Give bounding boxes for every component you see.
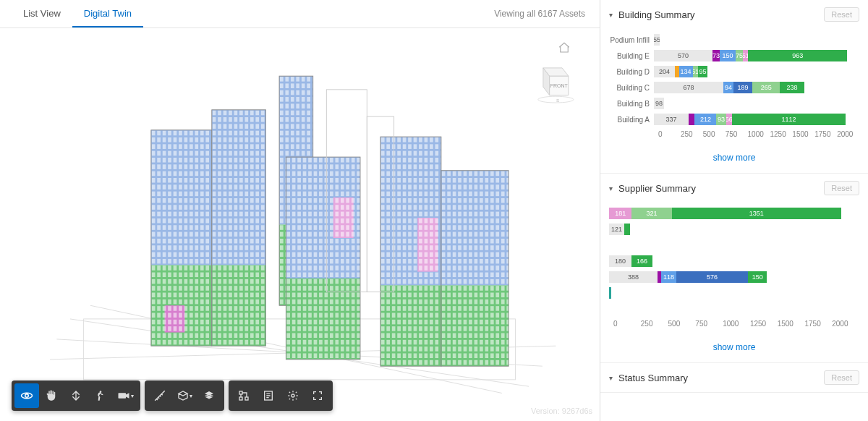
zoom-tool[interactable] xyxy=(64,383,88,408)
bar-segment[interactable]: 1351 xyxy=(672,208,841,219)
svg-rect-25 xyxy=(286,157,361,360)
bar-segment[interactable]: 576 xyxy=(676,271,749,283)
bar-segment[interactable]: 95 xyxy=(698,66,707,77)
bar-segment[interactable]: 51 xyxy=(743,50,748,61)
chart-row[interactable]: Building B98 xyxy=(609,95,859,111)
bar-segment[interactable]: 678 xyxy=(654,82,723,93)
axis-tick: 2000 xyxy=(837,130,859,138)
panel-title: Supplier Summary xyxy=(618,183,824,194)
axis-tick: 500 xyxy=(703,130,726,138)
tab-list-view[interactable]: List View xyxy=(12,0,72,27)
chart-row[interactable]: Building E570731507551963 xyxy=(609,48,859,64)
model-tree-tool[interactable] xyxy=(231,383,256,408)
reset-button[interactable]: Reset xyxy=(824,7,859,22)
row-label: Building D xyxy=(609,68,654,76)
chart-row[interactable]: Building C67894189265238 xyxy=(609,80,859,95)
reset-button[interactable]: Reset xyxy=(824,370,859,385)
show-more-link[interactable]: show more xyxy=(600,335,868,362)
chart-row[interactable] xyxy=(609,285,859,301)
chart-row[interactable]: 121 xyxy=(609,221,859,237)
svg-point-38 xyxy=(25,394,29,398)
svg-rect-41 xyxy=(118,393,126,399)
bar-segment[interactable]: 963 xyxy=(748,50,847,61)
axis-tick: 1500 xyxy=(792,130,814,138)
reset-button[interactable]: Reset xyxy=(824,181,859,195)
bar-segment[interactable]: 121 xyxy=(609,224,624,235)
axis-tick: 1250 xyxy=(750,320,778,328)
bar-segment[interactable]: 321 xyxy=(631,208,672,219)
axis-tick: 1750 xyxy=(804,320,832,328)
bar-segment[interactable]: 265 xyxy=(752,82,780,93)
bar-segment[interactable]: 166 xyxy=(631,255,652,267)
fullscreen-tool[interactable] xyxy=(305,383,330,408)
bar-track xyxy=(609,239,859,251)
bar-segment[interactable]: 212 xyxy=(694,114,716,125)
bar-segment[interactable]: 204 xyxy=(654,66,675,77)
tab-digital-twin[interactable]: Digital Twin xyxy=(72,0,143,27)
svg-rect-34 xyxy=(441,171,509,366)
axis-tick: 1000 xyxy=(748,130,770,138)
bar-segment[interactable]: 1112 xyxy=(732,114,846,125)
axis-tick: 2000 xyxy=(832,320,859,328)
bar-segment[interactable]: 94 xyxy=(723,82,733,93)
bar-track xyxy=(609,287,859,299)
bar-segment[interactable]: 51 xyxy=(693,66,698,77)
bar-track: 121 xyxy=(609,224,859,235)
properties-tool[interactable] xyxy=(256,383,281,408)
bar-segment[interactable]: 180 xyxy=(609,255,631,267)
settings-tool[interactable] xyxy=(281,383,305,408)
bar-segment[interactable]: 55 xyxy=(654,34,660,46)
bar-segment[interactable]: 150 xyxy=(748,271,767,283)
show-more-link[interactable]: show more xyxy=(600,145,868,173)
bar-segment[interactable]: 98 xyxy=(654,98,664,109)
chevron-down-icon[interactable]: ▾ xyxy=(609,11,613,19)
panel-title: Building Summary xyxy=(618,9,824,20)
3d-viewport[interactable]: FRONT S xyxy=(0,28,600,421)
bar-segment[interactable]: 73 xyxy=(712,50,720,61)
chart-row[interactable] xyxy=(609,237,859,253)
chart-row[interactable] xyxy=(609,301,859,317)
settings-tool-group xyxy=(229,380,333,411)
section-tool[interactable]: ▾ xyxy=(172,383,197,408)
chart-row[interactable]: Building A33721293561112 xyxy=(609,111,859,127)
bar-segment[interactable]: 189 xyxy=(733,82,753,93)
bar-track: 33721293561112 xyxy=(654,114,859,125)
chart-row[interactable]: 1813211351 xyxy=(609,205,859,221)
bar-segment[interactable] xyxy=(624,224,630,235)
bar-segment[interactable]: 181 xyxy=(609,208,631,219)
bar-segment[interactable]: 570 xyxy=(654,50,712,61)
inspect-tool-group: ▾ xyxy=(145,380,224,411)
panel-status-summary: ▾ Status Summary Reset xyxy=(600,363,868,393)
bar-segment[interactable]: 56 xyxy=(726,114,732,125)
bar-segment[interactable]: 238 xyxy=(780,82,804,93)
chart-row[interactable]: Building D2041345195 xyxy=(609,64,859,80)
bar-segment[interactable]: 150 xyxy=(720,50,735,61)
axis-tick: 1750 xyxy=(814,130,837,138)
chart-row[interactable]: 180166 xyxy=(609,253,859,269)
explode-tool[interactable] xyxy=(197,383,221,408)
chart-row[interactable]: Podium Infill55 xyxy=(609,32,859,48)
bar-segment[interactable]: 134 xyxy=(679,66,693,77)
walk-tool[interactable] xyxy=(88,383,113,408)
bar-track xyxy=(609,303,859,315)
bar-segment[interactable]: 93 xyxy=(716,114,726,125)
pan-tool[interactable] xyxy=(39,383,64,408)
svg-rect-44 xyxy=(239,397,242,400)
chart-row[interactable]: 388118576150 xyxy=(609,269,859,285)
bar-track: 388118576150 xyxy=(609,271,859,283)
bar-segment[interactable]: 75 xyxy=(736,50,744,61)
viewing-count: Viewing all 6167 Assets xyxy=(494,9,588,19)
measure-tool[interactable] xyxy=(148,383,172,408)
panel-building-summary: ▾ Building Summary Reset Podium Infill55… xyxy=(600,0,868,174)
bar-segment[interactable] xyxy=(689,114,695,125)
bar-segment[interactable]: 337 xyxy=(654,114,689,125)
axis-tick: 250 xyxy=(681,130,703,138)
orbit-tool[interactable] xyxy=(14,383,39,408)
camera-tool[interactable]: ▾ xyxy=(113,383,137,408)
bar-segment[interactable] xyxy=(609,287,611,299)
chevron-down-icon[interactable]: ▾ xyxy=(609,374,613,382)
bar-segment[interactable]: 388 xyxy=(609,271,658,283)
bar-segment[interactable]: 118 xyxy=(661,271,676,283)
chevron-down-icon[interactable]: ▾ xyxy=(609,184,613,192)
bar-track: 1813211351 xyxy=(609,208,859,219)
